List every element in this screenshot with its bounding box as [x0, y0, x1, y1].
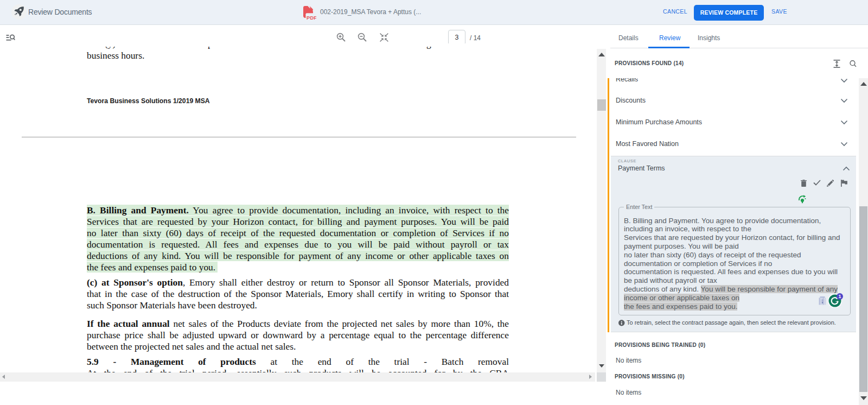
svg-text:PDF: PDF: [307, 15, 316, 20]
svg-text:1: 1: [839, 294, 841, 299]
